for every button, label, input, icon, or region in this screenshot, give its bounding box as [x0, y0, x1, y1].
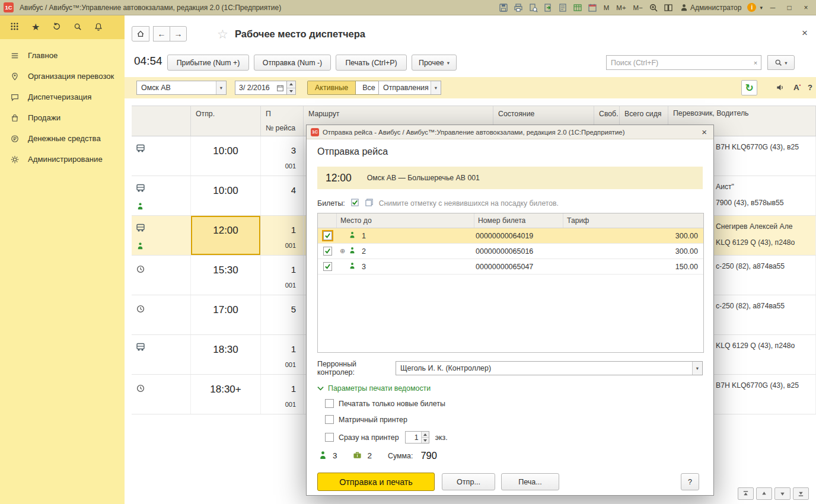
- checkbox[interactable]: [325, 433, 334, 442]
- back-button[interactable]: ←: [153, 26, 170, 42]
- column-header-ticket[interactable]: Номер билета: [474, 213, 563, 228]
- scroll-down-button[interactable]: [774, 487, 791, 500]
- copies-spin-buttons[interactable]: [421, 432, 429, 443]
- search-input[interactable]: [607, 59, 750, 67]
- maximize-button[interactable]: □: [783, 4, 796, 12]
- depart-and-print-button[interactable]: Отправка и печать: [317, 473, 435, 491]
- flight-number: 001: [261, 242, 303, 249]
- titlebar-menu-caret-icon[interactable]: ▾: [760, 5, 763, 11]
- chevron-down-icon[interactable]: ▾: [692, 362, 702, 375]
- favorite-star-icon[interactable]: ☆: [217, 27, 228, 42]
- history-icon[interactable]: [52, 22, 61, 33]
- station-select[interactable]: Омск АВ ▾: [136, 81, 227, 95]
- clear-search-icon[interactable]: ×: [750, 59, 761, 66]
- uncheck-all-icon[interactable]: [365, 198, 374, 209]
- memory-recall-button[interactable]: М: [602, 4, 611, 11]
- dialog-close-button[interactable]: ×: [699, 127, 709, 137]
- print-icon[interactable]: [513, 2, 524, 13]
- passenger-icon: [349, 262, 356, 271]
- sidebar-item-transport-organization[interactable]: Организация перевозок: [0, 66, 125, 87]
- info-icon[interactable]: i: [747, 3, 756, 12]
- sidebar-item-sales[interactable]: Продажи: [0, 107, 125, 128]
- table-icon[interactable]: [572, 2, 584, 13]
- calendar-icon[interactable]: [276, 84, 284, 92]
- date-stepper[interactable]: [287, 81, 296, 95]
- column-header-p[interactable]: П№ рейса: [261, 106, 304, 136]
- sidebar-item-label: Диспетчеризация: [28, 92, 91, 101]
- checkbox-print-directly[interactable]: Сразу на принтер 1 экз.: [325, 431, 448, 444]
- font-size-icon[interactable]: А▪: [793, 82, 801, 92]
- split-view-icon[interactable]: [663, 2, 674, 13]
- home-button[interactable]: [132, 26, 149, 42]
- depart-button[interactable]: Отпр...: [442, 473, 495, 490]
- sidebar-item-dispatching[interactable]: Диспетчеризация: [0, 87, 125, 107]
- column-label: Отпр.: [196, 110, 256, 118]
- ticket-row[interactable]: ⊕ 2 00000000065016 300.00: [318, 244, 703, 259]
- column-header-icon[interactable]: [132, 106, 191, 136]
- notifications-bell-icon[interactable]: [94, 23, 103, 33]
- sidebar-item-main[interactable]: Главное: [0, 45, 125, 66]
- column-header-departure[interactable]: Отпр.: [191, 106, 261, 136]
- scroll-to-top-button[interactable]: [738, 487, 754, 500]
- help-icon[interactable]: ?: [808, 83, 812, 92]
- toggle-active[interactable]: Активные: [308, 81, 355, 94]
- ticket-checkbox[interactable]: [323, 231, 332, 240]
- departure-button[interactable]: Отправка (Num -): [254, 55, 331, 71]
- memory-subtract-button[interactable]: М−: [632, 4, 645, 11]
- sidebar-item-administration[interactable]: Администрирование: [0, 149, 125, 170]
- zoom-icon[interactable]: [648, 2, 659, 13]
- column-header-checkbox[interactable]: [318, 213, 337, 228]
- send-document-icon[interactable]: [543, 2, 554, 13]
- checkbox[interactable]: [325, 415, 334, 424]
- print-button[interactable]: Печать (Ctrl+P): [336, 55, 407, 71]
- more-button[interactable]: Прочее▾: [412, 55, 457, 71]
- search-button[interactable]: ▾: [767, 55, 795, 70]
- ticket-row-selected[interactable]: 1 00000000064019 300.00: [318, 228, 703, 244]
- document-icon[interactable]: [557, 2, 569, 13]
- ticket-checkbox[interactable]: [323, 247, 332, 256]
- print-list-button[interactable]: Печа...: [501, 473, 559, 490]
- ticket-row[interactable]: 3 00000000065047 150.00: [318, 259, 703, 275]
- expand-icon[interactable]: ⊕: [340, 247, 345, 255]
- forward-button[interactable]: →: [170, 26, 187, 42]
- search-icon[interactable]: [74, 23, 82, 33]
- bus-icon: [136, 143, 145, 155]
- apps-grid-icon[interactable]: [10, 22, 19, 33]
- controller-select[interactable]: Щеголь И. К. (Контроллер) ▾: [396, 361, 703, 375]
- scroll-to-bottom-button[interactable]: [793, 487, 809, 500]
- speaker-icon[interactable]: [776, 83, 785, 94]
- chevron-down-icon[interactable]: ▾: [216, 81, 226, 94]
- calendar-icon[interactable]: [587, 2, 598, 13]
- current-user[interactable]: Администратор: [680, 4, 742, 12]
- copies-stepper[interactable]: 1: [405, 431, 429, 444]
- save-icon[interactable]: [498, 2, 509, 13]
- scroll-up-button[interactable]: [756, 487, 772, 500]
- arrival-button[interactable]: Прибытие (Num +): [167, 55, 249, 71]
- column-header-fare[interactable]: Тариф: [563, 213, 703, 228]
- print-params-toggle[interactable]: Параметры печати ведомости: [317, 384, 431, 393]
- column-header-seat[interactable]: Место до: [337, 213, 474, 228]
- close-window-button[interactable]: ×: [799, 4, 812, 12]
- checkbox[interactable]: [325, 399, 334, 408]
- dialog-help-button[interactable]: ?: [681, 473, 699, 490]
- sidebar-item-money[interactable]: Денежные средства: [0, 128, 125, 149]
- close-page-button[interactable]: ×: [802, 27, 808, 39]
- checkbox-only-new-tickets[interactable]: Печатать только новые билеты: [325, 399, 445, 408]
- chevron-down-icon[interactable]: ▾: [431, 81, 441, 94]
- checkbox-matrix-printer[interactable]: Матричный принтер: [325, 415, 407, 424]
- favorites-star-icon[interactable]: ★: [31, 23, 40, 32]
- stepper-down-icon[interactable]: [287, 88, 295, 95]
- toggle-all[interactable]: Все: [355, 81, 382, 94]
- passenger-icon: [318, 451, 327, 461]
- check-all-icon[interactable]: [350, 198, 359, 209]
- view-select[interactable]: Отправления ▾: [378, 81, 441, 95]
- stepper-up-icon[interactable]: [287, 81, 295, 88]
- minimize-button[interactable]: ─: [766, 4, 779, 12]
- memory-add-button[interactable]: М+: [614, 4, 627, 11]
- date-field[interactable]: 3/ 2/2016: [235, 81, 287, 95]
- menu-icon: [10, 52, 20, 60]
- sidebar-toolbar: ★: [0, 15, 125, 39]
- refresh-button[interactable]: ↻: [741, 80, 757, 95]
- print-preview-icon[interactable]: [528, 2, 539, 13]
- ticket-checkbox[interactable]: [323, 262, 332, 271]
